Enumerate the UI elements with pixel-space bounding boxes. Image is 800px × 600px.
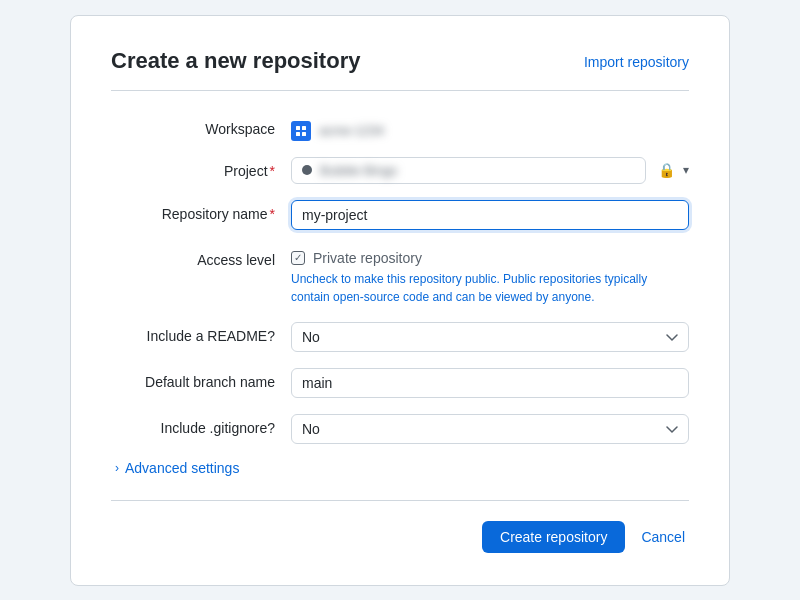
lock-icon: 🔒	[658, 162, 675, 178]
repo-name-input[interactable]	[291, 200, 689, 230]
project-label: Project*	[111, 157, 291, 179]
page-title: Create a new repository	[111, 48, 360, 74]
readme-label: Include a README?	[111, 322, 291, 344]
svg-rect-3	[302, 132, 306, 136]
card-header: Create a new repository Import repositor…	[111, 48, 689, 91]
check-icon: ✓	[294, 252, 302, 263]
create-repository-button[interactable]: Create repository	[482, 521, 625, 553]
workspace-name: acme-1234	[319, 123, 384, 138]
workspace-label: Workspace	[111, 115, 291, 137]
access-private-checkbox[interactable]: ✓	[291, 251, 305, 265]
project-select[interactable]: Bubble Bingo	[291, 157, 646, 184]
repo-name-field: Repository name*	[111, 200, 689, 230]
access-hint-text: Uncheck to make this repository public. …	[291, 270, 689, 306]
access-level-field: Access level ✓ Private repository Unchec…	[111, 246, 689, 306]
project-control-wrap: Bubble Bingo 🔒 ▾	[291, 157, 689, 184]
gitignore-field: Include .gitignore? No Yes	[111, 414, 689, 444]
gitignore-label: Include .gitignore?	[111, 414, 291, 436]
project-field: Project* Bubble Bingo 🔒 ▾	[111, 157, 689, 184]
branch-name-label: Default branch name	[111, 368, 291, 390]
cancel-button[interactable]: Cancel	[637, 521, 689, 553]
create-repository-card: Create a new repository Import repositor…	[70, 15, 730, 586]
svg-rect-2	[296, 132, 300, 136]
private-repository-label: Private repository	[313, 250, 422, 266]
project-select-row: Bubble Bingo 🔒 ▾	[291, 157, 689, 184]
project-chevron-icon[interactable]: ▾	[683, 163, 689, 177]
import-repository-link[interactable]: Import repository	[584, 54, 689, 70]
advanced-settings-label: Advanced settings	[125, 460, 239, 476]
chevron-right-icon: ›	[115, 461, 119, 475]
branch-name-input[interactable]	[291, 368, 689, 398]
svg-rect-1	[302, 126, 306, 130]
access-control-wrap: ✓ Private repository Uncheck to make thi…	[291, 246, 689, 306]
project-name: Bubble Bingo	[320, 163, 635, 178]
repo-name-control-wrap	[291, 200, 689, 230]
project-dot-icon	[302, 165, 312, 175]
workspace-row: acme-1234	[291, 115, 689, 141]
workspace-value-wrap: acme-1234	[291, 115, 689, 141]
branch-control-wrap	[291, 368, 689, 398]
access-level-row: ✓ Private repository	[291, 246, 689, 266]
workspace-icon	[291, 121, 311, 141]
form-actions: Create repository Cancel	[111, 500, 689, 553]
advanced-settings-toggle[interactable]: › Advanced settings	[111, 460, 689, 476]
workspace-field: Workspace acme-1234	[111, 115, 689, 141]
branch-name-field: Default branch name	[111, 368, 689, 398]
svg-rect-0	[296, 126, 300, 130]
repo-name-label: Repository name*	[111, 200, 291, 222]
gitignore-select[interactable]: No Yes	[291, 414, 689, 444]
gitignore-control-wrap: No Yes	[291, 414, 689, 444]
readme-field: Include a README? No Yes	[111, 322, 689, 352]
project-lock-chevron: 🔒 ▾	[658, 162, 689, 178]
readme-select[interactable]: No Yes	[291, 322, 689, 352]
access-label: Access level	[111, 246, 291, 268]
readme-control-wrap: No Yes	[291, 322, 689, 352]
